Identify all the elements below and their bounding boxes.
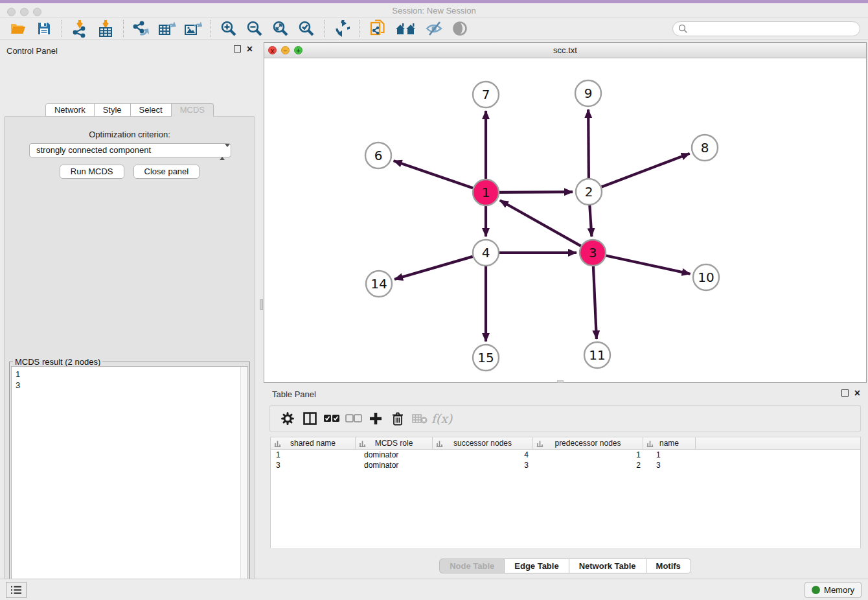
mcds-panel: Optimization criterion: strongly connect…: [4, 116, 255, 600]
export-network-icon[interactable]: [131, 19, 151, 38]
edge-2-9[interactable]: [588, 110, 589, 178]
node-label-7: 7: [482, 87, 490, 102]
close-panel-icon[interactable]: ×: [247, 45, 253, 52]
columns-icon[interactable]: [299, 408, 321, 429]
clone-network-icon[interactable]: [368, 19, 387, 38]
tab-motifs[interactable]: Motifs: [646, 559, 691, 573]
optimization-criterion-label: Optimization criterion:: [5, 130, 255, 139]
select-stepper-icon: [220, 146, 225, 155]
cell[interactable]: dominator: [356, 450, 434, 460]
cell[interactable]: 2: [535, 460, 646, 470]
cell[interactable]: 1: [535, 450, 646, 460]
tab-network-table[interactable]: Network Table: [569, 559, 646, 573]
toolbar-separator: [360, 20, 360, 37]
open-session-icon[interactable]: [8, 19, 28, 38]
column-header-MCDS-role[interactable]: MCDS role: [356, 437, 433, 449]
table-panel: Table Panel × f(x) shared nameMCDS roles…: [264, 386, 867, 575]
control-panel-tabs: NetworkStyleSelectMCDS: [0, 103, 259, 117]
gear-icon[interactable]: [277, 408, 299, 429]
tab-node-table[interactable]: Node Table: [439, 559, 505, 573]
tab-mcds[interactable]: MCDS: [172, 103, 214, 117]
toolbar-separator: [62, 20, 62, 37]
table-header-row: shared nameMCDS rolesuccessor nodesprede…: [271, 437, 860, 450]
import-network-icon[interactable]: [70, 19, 89, 38]
zoom-selected-icon[interactable]: [297, 19, 316, 38]
table-row[interactable]: 1dominator411: [271, 450, 860, 460]
app-titlebar: Session: New Session: [0, 3, 868, 17]
zoom-out-icon[interactable]: [245, 19, 264, 38]
tab-select[interactable]: Select: [131, 103, 172, 117]
tab-network[interactable]: Network: [45, 103, 95, 117]
node-label-4: 4: [482, 245, 490, 260]
memory-status-icon: [812, 586, 820, 594]
tab-edge-table[interactable]: Edge Table: [505, 559, 569, 573]
task-history-button[interactable]: [6, 582, 27, 598]
deselect-all-icon[interactable]: [343, 408, 365, 429]
cell[interactable]: 4: [434, 450, 535, 460]
edge-4-14[interactable]: [394, 257, 473, 279]
hide-selected-icon[interactable]: [425, 19, 444, 38]
table-panel-title: Table Panel: [272, 389, 316, 399]
cell[interactable]: 3: [271, 460, 356, 470]
column-header-successor-nodes[interactable]: successor nodes: [433, 437, 533, 449]
delete-table-icon[interactable]: [409, 408, 431, 429]
save-session-icon[interactable]: [34, 19, 54, 38]
edge-2-8[interactable]: [602, 154, 690, 187]
network-window-titlebar[interactable]: x − + scc.txt: [264, 43, 866, 58]
memory-button[interactable]: Memory: [805, 582, 862, 598]
edge-1-6[interactable]: [394, 161, 473, 188]
splitter-grip[interactable]: [260, 299, 263, 310]
network-graph-canvas[interactable]: 7968124314101511: [264, 58, 866, 382]
add-icon[interactable]: [365, 408, 387, 429]
edge-3-1[interactable]: [500, 200, 581, 246]
main-toolbar: [0, 17, 868, 40]
selected-option: strongly connected component: [36, 145, 151, 155]
search-input[interactable]: [672, 21, 860, 36]
edge-3-10[interactable]: [606, 255, 691, 273]
node-label-9: 9: [584, 86, 593, 101]
edge-2-3[interactable]: [589, 205, 591, 237]
show-all-icon[interactable]: [451, 19, 470, 38]
node-label-11: 11: [589, 347, 605, 363]
close-panel-button[interactable]: Close panel: [133, 165, 200, 179]
column-header-name[interactable]: name: [643, 437, 696, 449]
cell[interactable]: dominator: [356, 460, 434, 470]
optimization-criterion-select[interactable]: strongly connected component: [29, 143, 231, 157]
search-icon: [678, 24, 688, 34]
table-row[interactable]: 3dominator323: [271, 460, 860, 470]
mcds-result-text[interactable]: 1 3: [11, 366, 248, 600]
first-neighbors-icon[interactable]: [394, 19, 418, 38]
export-table-icon[interactable]: [157, 19, 177, 38]
cell[interactable]: 1: [646, 450, 699, 460]
import-table-icon[interactable]: [96, 19, 115, 38]
float-panel-icon[interactable]: [234, 45, 241, 52]
node-label-15: 15: [477, 350, 494, 365]
edge-3-11[interactable]: [593, 266, 597, 339]
close-table-panel-icon[interactable]: ×: [854, 389, 860, 397]
run-mcds-button[interactable]: Run MCDS: [60, 165, 124, 179]
column-header-shared-name[interactable]: shared name: [271, 437, 356, 449]
cell[interactable]: 3: [646, 460, 699, 470]
cell[interactable]: 1: [271, 450, 356, 460]
float-table-panel-icon[interactable]: [841, 389, 849, 397]
cell[interactable]: 3: [434, 460, 535, 470]
export-image-icon[interactable]: [183, 19, 203, 38]
result-scrollbar[interactable]: [240, 367, 247, 600]
function-icon[interactable]: f(x): [431, 408, 453, 429]
list-icon: [10, 585, 22, 595]
refresh-icon[interactable]: [332, 19, 352, 38]
table-body: 1dominator4113dominator323: [271, 450, 860, 470]
node-label-3: 3: [589, 245, 597, 260]
table-tabs: Node TableEdge TableNetwork TableMotifs: [264, 559, 867, 573]
panel-splitter[interactable]: [259, 40, 264, 579]
network-resize-grip[interactable]: [557, 380, 564, 383]
select-all-icon[interactable]: [321, 408, 343, 429]
node-label-2: 2: [585, 184, 593, 200]
column-header-predecessor-nodes[interactable]: predecessor nodes: [533, 437, 643, 449]
zoom-fit-icon[interactable]: [271, 19, 290, 38]
zoom-in-icon[interactable]: [219, 19, 238, 38]
network-view-window: x − + scc.txt 7968124314101511: [264, 42, 867, 383]
delete-icon[interactable]: [387, 408, 409, 429]
edge-1-2[interactable]: [499, 192, 573, 192]
tab-style[interactable]: Style: [95, 103, 131, 117]
